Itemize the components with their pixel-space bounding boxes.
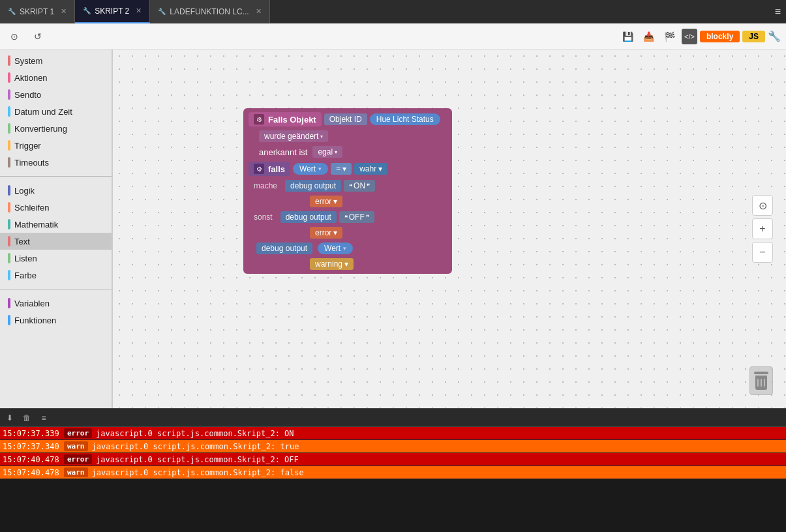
js-button[interactable]: JS [742,31,765,42]
log-badge-4: warn [64,467,88,477]
tab-close-ladefunktion[interactable]: ✕ [256,7,262,16]
block-row-2: wurde geändert ▾ [246,129,449,143]
main-area: System Aktionen Sendto Datum und Zeit Ko… [0,50,786,408]
block-error-1[interactable]: error ▾ [310,196,342,207]
sidebar-item-timeouts[interactable]: Timeouts [0,154,112,171]
wert-arrow: ▾ [318,166,322,172]
tab-icon-ladefunktion: 🔧 [158,8,166,15]
aktionen-color-bar [8,72,10,83]
center-btn[interactable]: ⊙ [752,195,773,216]
block-hue-licht[interactable]: Hue Licht Status [370,113,440,125]
wurde-geaendert-text: wurde geändert [264,132,318,141]
datum-color-bar [8,106,10,117]
log-msg-4: javascript.0 script.js.common.Skript_2: … [92,468,304,477]
funcs-color-bar [8,315,10,325]
sidebar-item-aktionen[interactable]: Aktionen [0,69,112,86]
toolbar: ⊙ ↺ 💾 📥 🏁 </> blockly JS 🔧 [0,23,786,50]
block-egal[interactable]: egal ▾ [312,146,342,158]
log-badge-3: error [64,454,92,464]
block-debug-off[interactable]: debug output [280,211,337,223]
block-label-falls-objekt: Falls Objekt [268,115,316,125]
block-row-8: error ▾ [246,226,449,240]
toolbar-right: 💾 📥 🏁 </> blockly JS 🔧 [619,27,781,46]
sidebar-label-system: System [14,56,42,66]
tab-close-skript1[interactable]: ✕ [61,7,67,16]
block-row-1: ⚙ Falls Objekt Objekt ID Hue Licht Statu… [246,111,449,128]
tab-skript2[interactable]: 🔧 SKRIPT 2 ✕ [75,0,150,23]
log-list-btn[interactable]: ≡ [37,411,51,425]
wert-arrow-2: ▾ [343,245,346,252]
main-block: ⚙ Falls Objekt Objekt ID Hue Licht Statu… [243,108,452,274]
anerkannt-ist-label: anerkannt ist [259,147,307,157]
zoom-out-btn[interactable]: − [752,242,773,263]
gear-icon-falls[interactable]: ⚙ [254,164,264,174]
text-color-bar [8,236,10,246]
dropdown-arrow-1: ▾ [320,134,323,140]
tab-skript1[interactable]: 🔧 SKRIPT 1 ✕ [0,0,75,23]
menu-icon[interactable]: ≡ [775,6,781,18]
error-arrow-1: ▾ [333,197,337,206]
sidebar-item-konvertierung[interactable]: Konvertierung [0,120,112,137]
blockly-button[interactable]: blockly [700,31,740,42]
sidebar-label-trigger: Trigger [14,141,41,151]
block-debug-on[interactable]: debug output [285,180,341,192]
log-download-btn[interactable]: ⬇ [3,411,17,425]
block-wert-pill-2[interactable]: Wert ▾ [318,243,353,254]
zoom-in-btn[interactable]: + [752,218,773,239]
flag-btn[interactable]: 🏁 [661,27,679,46]
trash-lid [754,372,768,374]
wrench-icon[interactable]: 🔧 [768,30,781,42]
tab-ladefunktion[interactable]: 🔧 LADEFUNKTION LC... ✕ [150,0,269,23]
sidebar-item-text[interactable]: Text [0,233,112,250]
block-wahr[interactable]: wahr ▾ [354,163,387,175]
sidebar-item-variablen[interactable]: Variablen [0,295,112,312]
target-icon-btn[interactable]: ⊙ [5,27,23,46]
block-wert-pill[interactable]: Wert ▾ [293,163,328,175]
tab-list: 🔧 SKRIPT 1 ✕ 🔧 SKRIPT 2 ✕ 🔧 LADEFUNKTION… [0,0,770,23]
vars-color-bar [8,298,10,308]
save-btn[interactable]: 💾 [619,27,637,46]
trash-button[interactable] [749,366,773,395]
canvas-controls: ⊙ + − [752,195,773,263]
wert-text: Wert [299,164,316,173]
log-clear-btn[interactable]: 🗑 [20,411,34,425]
block-row-3: anerkannt ist egal ▾ [246,145,449,159]
code-btn[interactable]: </> [682,29,697,44]
gear-icon[interactable]: ⚙ [254,114,264,125]
block-error-2[interactable]: error ▾ [310,227,342,239]
trigger-color-bar [8,140,10,151]
block-wurde-geaendert[interactable]: wurde geändert ▾ [259,130,328,142]
log-entry-3: 15:07:40.478 error javascript.0 script.j… [0,453,786,466]
log-ts-1: 15:07:37.339 [3,429,61,438]
konv-color-bar [8,123,10,134]
import-btn[interactable]: 📥 [640,27,658,46]
sidebar-item-listen[interactable]: Listen [0,250,112,267]
sidebar-section-2: Logik Schleifen Mathematik Text Listen F… [0,179,112,286]
sidebar-divider-2 [0,289,112,289]
log-entry-4: 15:07:40.478 warn javascript.0 script.js… [0,466,786,479]
sidebar-item-trigger[interactable]: Trigger [0,137,112,154]
sidebar-item-mathematik[interactable]: Mathematik [0,216,112,233]
system-color-bar [8,55,10,66]
sidebar-item-datum-zeit[interactable]: Datum und Zeit [0,103,112,120]
sidebar-item-funktionen[interactable]: Funktionen [0,312,112,329]
sidebar-item-logik[interactable]: Logik [0,182,112,199]
block-string-off: ❝ OFF ❞ [339,211,374,223]
off-text: OFF [349,213,365,222]
tab-close-skript2[interactable]: ✕ [136,7,142,15]
tab-icon-skript1: 🔧 [8,8,16,15]
sidebar-label-mathematik: Mathematik [14,220,58,229]
block-debug-wert[interactable]: debug output [256,243,312,254]
sidebar-label-logik: Logik [14,186,35,196]
math-color-bar [8,219,10,229]
tab-label-skript2: SKRIPT 2 [95,7,129,16]
block-warning[interactable]: warning ▾ [310,258,354,270]
refresh-btn[interactable]: ↺ [29,27,47,46]
sidebar-item-sendto[interactable]: Sendto [0,86,112,103]
sidebar-item-system[interactable]: System [0,52,112,69]
canvas-area[interactable]: ⚙ Falls Objekt Objekt ID Hue Licht Statu… [113,50,786,408]
sidebar-item-farbe[interactable]: Farbe [0,267,112,284]
block-eq[interactable]: = ▾ [331,163,352,175]
sidebar-item-schleifen[interactable]: Schleifen [0,199,112,216]
quote-open-1: ❝ [349,183,352,190]
